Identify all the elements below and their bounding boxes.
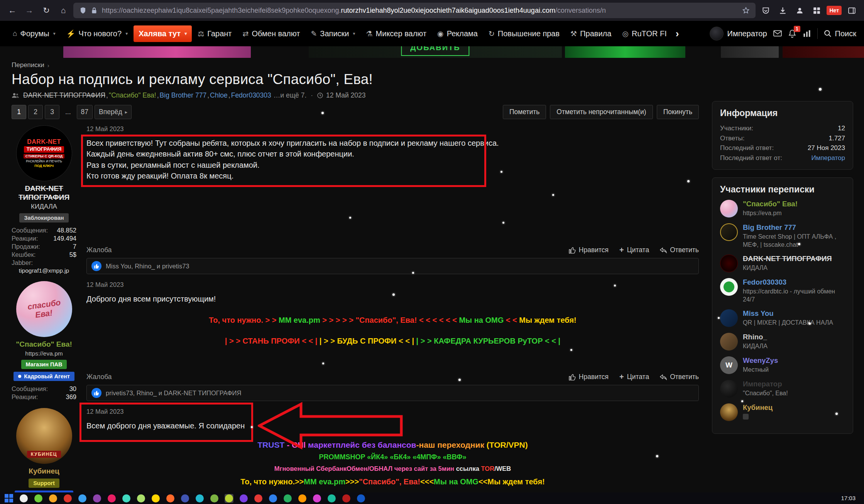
nav-item-freebies[interactable]: Халява тут▾ <box>134 25 192 42</box>
extensions-icon[interactable] <box>810 3 823 17</box>
reply-button[interactable]: Ответить <box>660 373 699 381</box>
reactions-bar[interactable]: Miss You, Rhino_ и privetis73 <box>86 258 699 274</box>
post-author-name[interactable]: DARK-NET ТИПОГРАФИЯ <box>12 184 76 202</box>
avatar-darknet[interactable]: DARK-NETТИПОГРАФИЯСТИКЕРЫ С QR-КОДРАСКЛЕ… <box>16 125 72 181</box>
participant-name[interactable]: Chloe <box>210 91 228 99</box>
avatar-rhino[interactable] <box>720 333 738 351</box>
post-author-name[interactable]: Кубинец <box>29 467 59 476</box>
nav-item-guarantor[interactable]: ⚖Гарант <box>193 25 237 42</box>
home-button[interactable]: ⌂ <box>56 3 70 17</box>
taskbar-app-icon[interactable] <box>122 494 131 503</box>
taskbar-app-icon[interactable] <box>283 494 292 503</box>
quote-button[interactable]: +Цитата <box>619 246 649 255</box>
member-name[interactable]: Fedor030303 <box>743 278 845 287</box>
participant-name[interactable]: Big Brother 777 <box>160 91 207 99</box>
ad-banner[interactable] <box>63 46 251 58</box>
post-author-name[interactable]: "Спасибо" Ева! <box>16 340 72 349</box>
member-name[interactable]: "Спасибо" Ева! <box>743 200 798 208</box>
refresh-button[interactable]: ↻ <box>39 3 53 17</box>
avatar-imperator[interactable] <box>720 380 738 398</box>
page-button-87[interactable]: 87 <box>77 105 93 119</box>
nav-item-rules[interactable]: ⚒Правила <box>565 25 616 42</box>
avatar-weeny[interactable]: W <box>720 356 738 374</box>
taskbar-clock[interactable]: 17:03 <box>841 494 859 502</box>
taskbar-app-icon[interactable] <box>298 494 307 503</box>
taskbar-app-icon[interactable] <box>137 494 145 503</box>
info-value[interactable]: Император <box>811 153 845 163</box>
nav-user[interactable]: Император <box>710 27 767 40</box>
member-name[interactable]: Кубинец <box>743 403 773 412</box>
ad-banner[interactable] <box>783 46 864 58</box>
post-date[interactable]: 12 Май 2023 <box>86 281 699 288</box>
avatar-fedor[interactable] <box>720 278 738 296</box>
taskbar-app-icon[interactable] <box>225 494 233 503</box>
taskbar-app-icon[interactable] <box>78 494 87 503</box>
taskbar-app-icon[interactable] <box>93 494 101 503</box>
lock-icon[interactable] <box>91 7 98 14</box>
account-icon[interactable] <box>793 3 807 17</box>
member-name[interactable]: Император <box>743 380 788 388</box>
stats-icon[interactable] <box>803 29 811 38</box>
avatar-darknet[interactable] <box>720 255 738 272</box>
like-button[interactable]: Нравится <box>569 246 609 255</box>
post-date[interactable]: 12 Май 2023 <box>86 125 699 133</box>
quote-button[interactable]: +Цитата <box>619 373 649 381</box>
taskbar-app-icon[interactable] <box>357 494 365 503</box>
nav-item-exchange[interactable]: ⇄Обмен валют <box>238 25 305 42</box>
taskbar-app-icon[interactable] <box>63 494 72 503</box>
post-date[interactable]: 12 Май 2023 <box>86 408 699 415</box>
taskbar-app-icon[interactable] <box>34 494 43 503</box>
ad-banner[interactable] <box>721 46 779 58</box>
nav-item-notes[interactable]: ✎Записки▾ <box>306 25 360 42</box>
report-link[interactable]: Жалоба <box>86 373 112 381</box>
breadcrumb-label[interactable]: Переписки <box>12 61 44 69</box>
reactions-bar[interactable]: privetis73, Rhino_ и DARK-NET ТИПОГРАФИЯ <box>86 385 699 401</box>
taskbar-app-icon[interactable] <box>342 494 351 503</box>
taskbar-app-icon[interactable] <box>254 494 263 503</box>
url-bar[interactable]: https://oachiezeephaiw1iqu8caixei5paejah… <box>73 3 756 18</box>
bookmark-star-icon[interactable] <box>742 7 749 14</box>
taskbar-app-icon[interactable] <box>195 494 204 503</box>
avatar-eva[interactable]: спасибоЕва! <box>16 281 72 337</box>
downloads-icon[interactable] <box>776 3 790 17</box>
nav-item-mixer[interactable]: ⚗Миксер валют <box>361 25 432 42</box>
taskbar-app-icon[interactable] <box>181 494 189 503</box>
nav-item-rutor[interactable]: ◎RuTOR FI <box>617 25 671 42</box>
start-button[interactable] <box>5 494 14 503</box>
report-link[interactable]: Жалоба <box>86 246 112 254</box>
like-button[interactable]: Нравится <box>569 373 609 381</box>
avatar-kubinets[interactable]: КУБИНЕЦ <box>16 408 72 464</box>
pocket-icon[interactable] <box>759 3 773 17</box>
taskbar-app-icon[interactable] <box>19 494 28 503</box>
breadcrumb[interactable]: Переписки › <box>12 61 699 69</box>
taskbar-app-icon[interactable] <box>151 494 160 503</box>
nav-item-ads[interactable]: ◉Реклама <box>432 25 483 42</box>
reply-button[interactable]: Ответить <box>660 246 699 255</box>
taskbar-app-icon[interactable] <box>269 494 277 503</box>
ad-banner[interactable]: ДОБАВИТЬ <box>309 46 562 58</box>
search-button[interactable]: Поиск <box>824 29 856 38</box>
nav-item-forums[interactable]: ⌂Форумы▾ <box>8 25 61 42</box>
leave-button[interactable]: Покинуть <box>657 105 699 119</box>
participant-name[interactable]: "Спасибо" Ева! <box>109 91 156 99</box>
participant-name[interactable]: Fedor030303 <box>231 91 271 99</box>
member-name[interactable]: Miss You <box>743 309 833 318</box>
back-button[interactable]: ← <box>5 3 19 17</box>
page-button-2[interactable]: 2 <box>28 105 43 119</box>
page-button-3[interactable]: 3 <box>45 105 59 119</box>
post-author-link[interactable]: https://eva.pm <box>25 350 63 357</box>
ad-banner[interactable] <box>565 46 685 58</box>
page-button-1[interactable]: 1 <box>12 105 26 119</box>
member-name[interactable]: WeenyZys <box>743 356 778 365</box>
tracking-shield-icon[interactable] <box>79 7 86 14</box>
taskbar-app-icon[interactable] <box>313 494 321 503</box>
avatar-kubinets[interactable] <box>720 403 738 421</box>
messages-icon[interactable] <box>773 29 782 38</box>
extension-net-badge[interactable]: Нет <box>827 6 842 15</box>
avatar-missyou[interactable] <box>720 309 738 327</box>
avatar-eva[interactable] <box>720 200 738 217</box>
participant-name[interactable]: DARK-NET ТИПОГРАФИЯ <box>23 91 105 99</box>
next-page-button[interactable]: Вперёд▸ <box>95 105 132 119</box>
taskbar-app-icon[interactable] <box>49 494 57 503</box>
taskbar-app-icon[interactable] <box>239 494 248 503</box>
